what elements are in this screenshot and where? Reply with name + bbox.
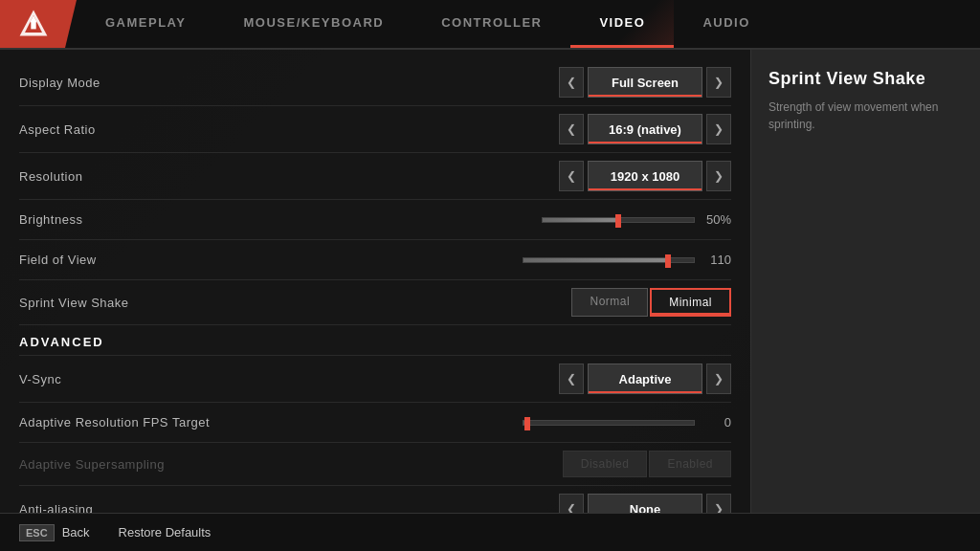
sprint-view-shake-minimal[interactable]: Minimal [650, 288, 731, 317]
anti-aliasing-label: Anti-aliasing [19, 502, 287, 514]
back-label: Back [62, 525, 90, 540]
fov-slider-thumb [665, 254, 671, 268]
adaptive-res-fps-slider-fill [523, 421, 527, 425]
brightness-slider-track[interactable] [542, 217, 695, 223]
vsync-row: V-Sync ❮ Adaptive ❯ [19, 356, 731, 403]
display-mode-next[interactable]: ❯ [706, 67, 731, 98]
fov-value: 110 [702, 253, 731, 267]
esc-key-badge: ESC [19, 524, 55, 541]
display-mode-label: Display Mode [19, 76, 287, 90]
adaptive-res-fps-value: 0 [702, 415, 731, 430]
main-content: Display Mode ❮ Full Screen ❯ Aspect Rati… [0, 50, 980, 513]
display-mode-value: Full Screen [588, 67, 702, 98]
aspect-ratio-next[interactable]: ❯ [706, 114, 731, 144]
app-container: GAMEPLAY MOUSE/KEYBOARD CONTROLLER VIDEO… [0, 0, 980, 551]
adaptive-supersampling-enabled: Enabled [649, 451, 731, 477]
anti-aliasing-selector: ❮ None ❯ [559, 494, 731, 513]
adaptive-res-fps-slider-track[interactable] [523, 420, 695, 426]
fov-slider-fill [523, 258, 668, 262]
fov-slider-track[interactable] [523, 257, 695, 263]
restore-defaults-label: Restore Defaults [119, 525, 212, 540]
resolution-value: 1920 x 1080 [588, 161, 702, 191]
anti-aliasing-control: ❮ None ❯ [287, 494, 731, 513]
display-mode-row: Display Mode ❮ Full Screen ❯ [19, 59, 731, 106]
adaptive-res-fps-control: 0 [287, 415, 731, 430]
vsync-control: ❮ Adaptive ❯ [287, 364, 731, 394]
sprint-view-shake-control: Normal Minimal [287, 288, 731, 317]
anti-aliasing-prev[interactable]: ❮ [559, 494, 584, 513]
top-nav: GAMEPLAY MOUSE/KEYBOARD CONTROLLER VIDEO… [0, 0, 980, 50]
brightness-slider-fill [543, 218, 618, 222]
brightness-control: 50% [287, 212, 731, 227]
sprint-view-shake-toggle-group: Normal Minimal [571, 288, 731, 317]
adaptive-res-fps-slider-container: 0 [287, 415, 731, 430]
vsync-next[interactable]: ❯ [706, 364, 731, 394]
adaptive-supersampling-row: Adaptive Supersampling Disabled Enabled [19, 443, 731, 486]
fov-label: Field of View [19, 253, 287, 267]
adaptive-supersampling-control: Disabled Enabled [287, 451, 731, 477]
fov-row: Field of View 110 [19, 240, 731, 280]
sprint-view-shake-row: Sprint View Shake Normal Minimal [19, 280, 731, 325]
apex-logo-icon [16, 7, 51, 41]
anti-aliasing-row: Anti-aliasing ❮ None ❯ [19, 486, 731, 513]
vsync-label: V-Sync [19, 372, 287, 386]
info-panel: Sprint View Shake Strength of view movem… [750, 50, 980, 513]
aspect-ratio-prev[interactable]: ❮ [559, 114, 584, 144]
aspect-ratio-control: ❮ 16:9 (native) ❯ [287, 114, 731, 144]
vsync-selector: ❮ Adaptive ❯ [559, 364, 731, 394]
adaptive-supersampling-toggle-group: Disabled Enabled [563, 451, 731, 477]
resolution-label: Resolution [19, 169, 287, 184]
aspect-ratio-row: Aspect Ratio ❮ 16:9 (native) ❯ [19, 106, 731, 153]
adaptive-res-fps-row: Adaptive Resolution FPS Target 0 [19, 403, 731, 443]
brightness-slider-container: 50% [287, 212, 731, 227]
brightness-value: 50% [702, 212, 731, 227]
display-mode-control: ❮ Full Screen ❯ [287, 67, 731, 98]
resolution-control: ❮ 1920 x 1080 ❯ [287, 161, 731, 191]
brightness-slider-thumb [615, 214, 621, 228]
back-action[interactable]: ESC Back [19, 524, 90, 541]
fov-control: 110 [287, 253, 731, 267]
logo-area [0, 0, 77, 48]
info-description: Strength of view movement when sprinting… [768, 99, 963, 133]
fov-slider-container: 110 [287, 253, 731, 267]
tab-controller[interactable]: CONTROLLER [412, 0, 570, 48]
tab-audio[interactable]: AUDIO [674, 0, 778, 48]
nav-tabs: GAMEPLAY MOUSE/KEYBOARD CONTROLLER VIDEO… [77, 0, 980, 48]
adaptive-supersampling-disabled: Disabled [563, 451, 648, 477]
aspect-ratio-value: 16:9 (native) [588, 114, 702, 144]
vsync-prev[interactable]: ❮ [559, 364, 584, 394]
anti-aliasing-value: None [588, 494, 702, 513]
aspect-ratio-label: Aspect Ratio [19, 122, 287, 137]
display-mode-selector: ❮ Full Screen ❯ [559, 67, 731, 98]
adaptive-res-fps-slider-thumb [524, 417, 530, 430]
brightness-label: Brightness [19, 212, 287, 227]
brightness-row: Brightness 50% [19, 200, 731, 240]
adaptive-supersampling-label: Adaptive Supersampling [19, 457, 287, 472]
display-mode-prev[interactable]: ❮ [559, 67, 584, 98]
settings-panel[interactable]: Display Mode ❮ Full Screen ❯ Aspect Rati… [0, 50, 750, 513]
adaptive-res-fps-label: Adaptive Resolution FPS Target [19, 415, 287, 430]
bottom-bar: ESC Back Restore Defaults [0, 513, 980, 551]
tab-gameplay[interactable]: GAMEPLAY [77, 0, 214, 48]
aspect-ratio-selector: ❮ 16:9 (native) ❯ [559, 114, 731, 144]
advanced-section-header: ADVANCED [19, 325, 731, 356]
sprint-view-shake-normal[interactable]: Normal [571, 288, 648, 317]
resolution-row: Resolution ❮ 1920 x 1080 ❯ [19, 153, 731, 200]
tab-video[interactable]: VIDEO [570, 0, 674, 48]
info-title: Sprint View Shake [768, 69, 963, 89]
resolution-prev[interactable]: ❮ [559, 161, 584, 191]
restore-defaults-action[interactable]: Restore Defaults [119, 525, 212, 540]
vsync-value: Adaptive [588, 364, 702, 394]
sprint-view-shake-label: Sprint View Shake [19, 296, 287, 310]
tab-mouse-keyboard[interactable]: MOUSE/KEYBOARD [214, 0, 412, 48]
resolution-selector: ❮ 1920 x 1080 ❯ [559, 161, 731, 191]
anti-aliasing-next[interactable]: ❯ [706, 494, 731, 513]
resolution-next[interactable]: ❯ [706, 161, 731, 191]
